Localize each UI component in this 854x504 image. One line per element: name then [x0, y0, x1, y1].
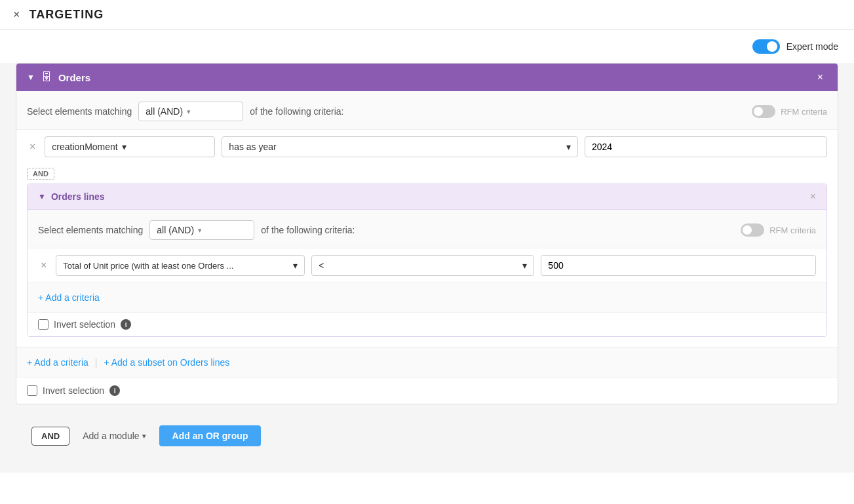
orders-criteria-remove-button[interactable]: × [27, 140, 38, 154]
orders-select-elements-row: Select elements matching all (AND) ▾ of … [16, 91, 838, 130]
orders-lines-select-row: Select elements matching all (AND) ▾ of … [28, 210, 826, 248]
orders-matching-dropdown[interactable]: all (AND) ▾ [138, 102, 243, 121]
orders-invert-checkbox[interactable] [27, 385, 37, 396]
orders-lines-criteria-remove-button[interactable]: × [38, 258, 49, 273]
expert-mode-label: Expert mode [786, 41, 838, 52]
and-button[interactable]: AND [31, 427, 69, 446]
action-separator: | [95, 357, 98, 368]
orders-criteria-suffix: of the following criteria: [250, 106, 343, 117]
orders-lines-invert-info-icon[interactable]: i [121, 319, 131, 330]
orders-operator-dropdown[interactable]: has as year ▾ [222, 136, 578, 157]
orders-lines-module: ▼ Orders lines × Select elements matchin… [27, 184, 827, 337]
orders-invert-row: Invert selection i [16, 377, 838, 404]
orders-lines-rfm-toggle[interactable] [741, 223, 764, 237]
orders-field-value: creationMoment [52, 142, 117, 152]
orders-invert-label: Invert selection [43, 385, 104, 396]
and-badge: AND [27, 168, 54, 180]
orders-field-dropdown[interactable]: creationMoment ▾ [45, 136, 215, 157]
orders-lines-header: ▼ Orders lines × [28, 184, 826, 210]
close-icon[interactable]: × [13, 8, 20, 22]
orders-add-subset-button[interactable]: + Add a subset on Orders lines [104, 355, 229, 370]
expert-mode-toggle[interactable] [752, 39, 780, 54]
orders-criteria-row: × creationMoment ▾ has as year ▾ [16, 130, 838, 164]
orders-lines-criteria-row: × Total of Unit price (with at least one… [28, 248, 826, 282]
orders-operator-chevron-icon: ▾ [566, 142, 571, 152]
orders-lines-operator-value: < [319, 260, 324, 271]
orders-matching-chevron-icon: ▾ [187, 107, 191, 116]
orders-lines-field-dropdown[interactable]: Total of Unit price (with at least one O… [56, 255, 305, 276]
orders-lines-invert-row: Invert selection i [28, 312, 826, 336]
orders-lines-title: Orders lines [51, 191, 105, 202]
orders-lines-rfm-label: RFM criteria [769, 225, 816, 235]
orders-module-actions: + Add a criteria | + Add a subset on Ord… [16, 347, 838, 377]
orders-lines-add-criteria-button[interactable]: + Add a criteria [38, 290, 100, 305]
add-or-group-button[interactable]: Add an OR group [159, 425, 262, 446]
orders-invert-info-icon[interactable]: i [109, 385, 120, 396]
orders-lines-operator-dropdown[interactable]: < ▾ [311, 255, 534, 276]
orders-lines-invert-checkbox[interactable] [38, 319, 49, 330]
orders-lines-add-criteria-row: + Add a criteria [28, 282, 826, 312]
orders-lines-criteria-suffix: of the following criteria: [261, 225, 355, 235]
orders-select-prefix: Select elements matching [27, 106, 132, 117]
orders-field-chevron-icon: ▾ [122, 142, 126, 152]
orders-module-close-button[interactable]: × [813, 70, 827, 85]
orders-lines-chevron-icon[interactable]: ▼ [38, 192, 46, 201]
orders-rfm-toggle[interactable] [752, 105, 775, 118]
orders-lines-field-value: Total of Unit price (with at least one O… [63, 261, 233, 271]
orders-rfm-label: RFM criteria [781, 107, 827, 117]
bottom-bar: AND Add a module ▾ Add an OR group [16, 415, 838, 457]
add-module-chevron-icon: ▾ [142, 432, 146, 440]
add-module-label: Add a module [83, 431, 139, 441]
orders-module: ▼ 🗄 Orders × Select elements matching al… [16, 63, 838, 404]
page-title: TARGETING [29, 8, 104, 22]
orders-lines-invert-label: Invert selection [54, 319, 115, 330]
orders-matching-value: all (AND) [146, 106, 183, 117]
orders-lines-matching-value: all (AND) [157, 225, 194, 235]
orders-lines-close-button[interactable]: × [810, 191, 816, 203]
orders-lines-value-input[interactable] [541, 255, 816, 276]
orders-module-title: Orders [58, 72, 90, 83]
orders-lines-chevron-down-icon: ▾ [198, 226, 202, 235]
orders-chevron-icon[interactable]: ▼ [27, 73, 35, 82]
orders-lines-matching-dropdown[interactable]: all (AND) ▾ [149, 220, 254, 240]
orders-lines-select-prefix: Select elements matching [38, 225, 143, 235]
orders-add-criteria-button[interactable]: + Add a criteria [27, 355, 88, 370]
orders-lines-operator-chevron-icon: ▾ [522, 260, 527, 271]
add-module-button[interactable]: Add a module ▾ [77, 427, 151, 445]
orders-db-icon: 🗄 [41, 71, 52, 83]
orders-module-header: ▼ 🗄 Orders × [16, 64, 838, 91]
orders-operator-value: has as year [229, 142, 276, 152]
orders-lines-field-chevron-icon: ▾ [293, 260, 298, 271]
orders-value-input[interactable] [585, 136, 827, 157]
